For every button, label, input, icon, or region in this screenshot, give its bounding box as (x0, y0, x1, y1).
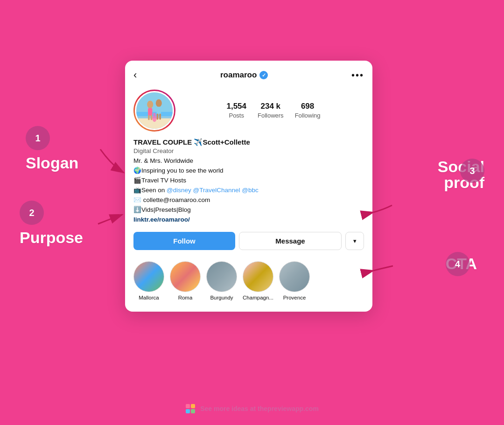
svg-rect-17 (186, 409, 190, 413)
highlight-label-provence: Provence (283, 295, 306, 300)
posts-label: Posts (229, 112, 244, 119)
following-stat: 698 Following (295, 102, 321, 119)
footer-text: See more ideas at thepreviewapp.com (200, 405, 319, 412)
footer: See more ideas at thepreviewapp.com (0, 404, 504, 414)
highlight-circle-champagne (243, 261, 273, 292)
highlight-circle-mallorca (133, 261, 164, 292)
bio-link[interactable]: linktr.ee/roamaroo/ (133, 216, 190, 223)
bio-line5: ✉️ collette@roamaroo.com (133, 195, 364, 205)
bio-line1: Mr. & Mrs. Worldwide (133, 156, 364, 166)
svg-rect-9 (157, 114, 159, 120)
follow-button[interactable]: Follow (133, 232, 235, 250)
svg-rect-8 (157, 107, 161, 115)
stats-row: 1,554 Posts 234 k Followers 698 Followin… (183, 102, 364, 119)
svg-rect-18 (191, 409, 195, 413)
svg-rect-6 (151, 115, 153, 120)
following-count: 698 (301, 102, 314, 111)
instagram-profile-card: ‹ roamaroo ✓ ••• (125, 61, 372, 312)
highlight-label-roma: Roma (178, 295, 193, 300)
avatar-image (136, 92, 173, 129)
bio-section: TRAVEL COUPLE ✈️Scott+Collette Digital C… (125, 138, 372, 230)
bio-mentions[interactable]: @disney @TravelChannel @bbc (167, 187, 259, 194)
bio-line2: 🌍Inspiring you to see the world (133, 166, 364, 176)
svg-rect-10 (159, 114, 161, 120)
annotation-4-container: 4 CTA (446, 252, 477, 272)
annotation-circle-4: 4 (446, 252, 470, 276)
highlights-section: Mallorca Roma Burgundy Champagn... Prove… (125, 258, 372, 302)
svg-point-11 (152, 115, 156, 122)
top-bar: ‹ roamaroo ✓ ••• (125, 61, 372, 86)
annotation-1-container: 1 Slogan (26, 126, 78, 171)
highlight-mallorca[interactable]: Mallorca (133, 261, 164, 300)
verified-badge: ✓ (259, 71, 268, 79)
svg-rect-4 (148, 108, 152, 116)
bio-line6: ⬇️Vids|Presets|Blog (133, 205, 364, 215)
following-label: Following (295, 112, 321, 119)
username-container: roamaroo ✓ (220, 70, 268, 80)
bio-name: TRAVEL COUPLE ✈️Scott+Collette (133, 138, 364, 146)
posts-stat: 1,554 Posts (226, 102, 246, 119)
avatar-ring (133, 90, 175, 132)
bio-link-container: linktr.ee/roamaroo/ (133, 215, 364, 223)
posts-count: 1,554 (226, 102, 246, 111)
annotation-number-2: 2 (29, 208, 34, 218)
highlight-burgundy[interactable]: Burgundy (206, 261, 237, 300)
followers-count: 234 k (261, 102, 281, 111)
bio-subtitle: Digital Creator (133, 147, 364, 154)
username-text: roamaroo (220, 70, 257, 80)
dropdown-button[interactable]: ▾ (345, 232, 364, 250)
bio-line3: 🎬Travel TV Hosts (133, 176, 364, 186)
highlight-label-champagne: Champagn... (243, 295, 273, 300)
avatar (135, 91, 174, 130)
annotation-number-1: 1 (35, 133, 40, 144)
dropdown-arrow: ▾ (353, 237, 357, 244)
highlight-champagne[interactable]: Champagn... (243, 261, 273, 300)
profile-section: 1,554 Posts 234 k Followers 698 Followin… (125, 86, 372, 138)
preview-app-icon (185, 404, 196, 414)
more-options-button[interactable]: ••• (351, 70, 364, 81)
highlight-circle-burgundy (206, 261, 237, 292)
highlight-roma[interactable]: Roma (170, 261, 201, 300)
svg-rect-5 (148, 115, 150, 120)
svg-point-3 (147, 101, 153, 109)
followers-stat: 234 k Followers (258, 102, 284, 119)
action-buttons: Follow Message ▾ (125, 230, 372, 258)
bio-seen-prefix: 📺Seen on (133, 187, 167, 194)
followers-label: Followers (258, 112, 284, 119)
annotation-circle-3: 3 (460, 159, 484, 183)
highlight-circle-provence (279, 261, 310, 292)
annotation-circle-2: 2 (20, 201, 44, 225)
highlight-provence[interactable]: Provence (279, 261, 310, 300)
annotation-circle-1: 1 (26, 126, 50, 150)
svg-point-7 (156, 99, 162, 107)
annotation-number-3: 3 (469, 166, 475, 176)
svg-rect-16 (191, 404, 195, 408)
annotation-2-container: 2 Purpose (20, 201, 83, 245)
bio-line4: 📺Seen on @disney @TravelChannel @bbc (133, 186, 364, 195)
annotation-number-4: 4 (455, 259, 460, 270)
annotation-label-purpose: Purpose (20, 230, 83, 245)
highlight-label-mallorca: Mallorca (139, 295, 159, 300)
highlight-label-burgundy: Burgundy (210, 295, 233, 300)
svg-point-12 (153, 113, 156, 116)
svg-rect-15 (186, 404, 190, 408)
back-button[interactable]: ‹ (133, 69, 137, 81)
message-button[interactable]: Message (239, 232, 342, 250)
highlight-circle-roma (170, 261, 201, 292)
annotation-label-slogan: Slogan (26, 155, 78, 171)
annotation-3-container: 3 Socialproof (438, 159, 484, 190)
